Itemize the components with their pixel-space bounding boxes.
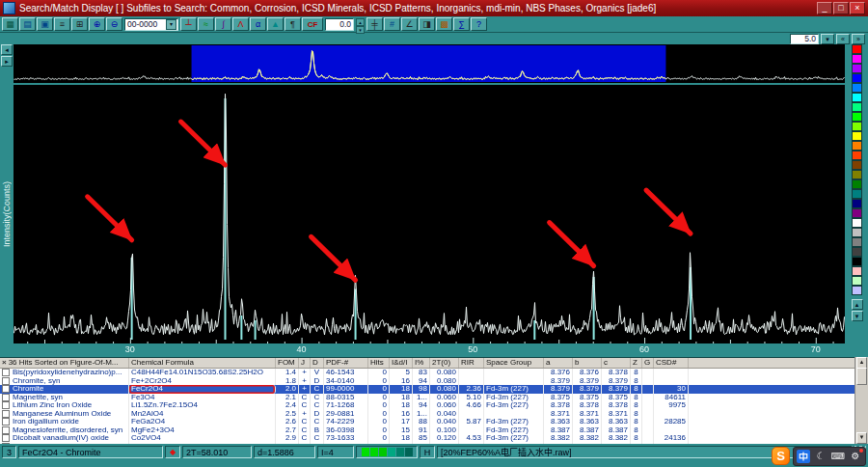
column-header-pdf[interactable]: PDF-# bbox=[324, 358, 368, 368]
row-checkbox[interactable] bbox=[2, 418, 10, 426]
table-row[interactable]: Manganese Aluminum OxideMn2AlO42.5+D29-0… bbox=[0, 410, 854, 419]
grid-toggle-button[interactable]: # bbox=[384, 17, 400, 31]
kalpha2-strip-button[interactable]: α bbox=[250, 17, 266, 31]
palette-swatch-16[interactable] bbox=[852, 189, 862, 199]
palette-swatch-12[interactable] bbox=[852, 151, 862, 160]
copy-graphics-button[interactable]: ⊞ bbox=[71, 17, 88, 31]
palette-swatch-19[interactable] bbox=[852, 218, 862, 228]
report-button[interactable]: ¶ bbox=[285, 17, 301, 31]
palette-swatch-5[interactable] bbox=[852, 83, 862, 93]
palette-swatch-22[interactable] bbox=[852, 247, 862, 257]
spin-up-icon[interactable]: ▴ bbox=[356, 18, 365, 26]
table-row[interactable]: ChromiteFeCr2O42.0+C99-0000018980.0802.3… bbox=[0, 385, 854, 394]
palette-swatch-2[interactable] bbox=[852, 54, 862, 64]
range-spinner-button[interactable]: ▾ bbox=[821, 34, 834, 44]
row-checkbox[interactable] bbox=[2, 377, 10, 385]
palette-swatch-25[interactable] bbox=[852, 276, 862, 286]
keyboard-icon[interactable]: ⌨ bbox=[831, 450, 845, 463]
sum-button[interactable]: ∑ bbox=[453, 17, 470, 31]
scroll-down-button[interactable]: ▼ bbox=[856, 432, 867, 444]
palette-swatch-18[interactable] bbox=[852, 208, 862, 218]
palette-swatch-26[interactable] bbox=[852, 286, 862, 295]
palette-swatch-7[interactable] bbox=[852, 102, 862, 112]
pan-right-button[interactable]: ▸ bbox=[1, 56, 13, 67]
help-button[interactable]: ? bbox=[471, 17, 487, 31]
page-last-button[interactable]: » bbox=[852, 34, 865, 44]
column-header-fom[interactable]: FOM bbox=[276, 358, 299, 368]
main-canvas[interactable] bbox=[14, 85, 845, 343]
pan-left-button[interactable]: ◂ bbox=[1, 44, 13, 55]
column-header-ipct[interactable]: I% bbox=[413, 358, 430, 368]
minimize-button[interactable]: _ bbox=[817, 2, 832, 14]
palette-swatch-17[interactable] bbox=[852, 199, 862, 208]
zoom-in-button[interactable]: ⊕ bbox=[89, 17, 105, 31]
overlay-sticks-button[interactable]: ┴ bbox=[180, 17, 197, 31]
column-header-name[interactable]: ×36 Hits Sorted on Figure-Of-M... bbox=[0, 358, 129, 368]
column-header-tt0[interactable]: 2T(0) bbox=[430, 358, 459, 368]
palette-swatch-21[interactable] bbox=[852, 237, 862, 247]
palette-swatch-14[interactable] bbox=[852, 170, 862, 179]
palette-swatch-3[interactable] bbox=[852, 64, 862, 73]
row-checkbox[interactable] bbox=[2, 385, 10, 393]
threshold-field[interactable]: 0.0 bbox=[325, 18, 354, 31]
palette-swatch-23[interactable] bbox=[852, 257, 862, 266]
column-header-b[interactable]: b bbox=[573, 358, 602, 368]
palette-swatch-10[interactable] bbox=[852, 131, 862, 141]
row-checkbox[interactable] bbox=[2, 434, 10, 442]
column-header-hits[interactable]: Hits bbox=[368, 358, 390, 368]
angle-tool-button[interactable]: ∠ bbox=[401, 17, 418, 31]
tile-windows-button[interactable]: ◨ bbox=[419, 17, 435, 31]
table-row[interactable]: Magnetite, synFe3O42.1CC88-03150181...0.… bbox=[0, 394, 854, 402]
column-header-c[interactable]: c bbox=[602, 358, 631, 368]
palette-button[interactable]: ▩ bbox=[436, 17, 452, 31]
palette-up-button[interactable]: ▴ bbox=[852, 299, 863, 310]
column-header-j[interactable]: J bbox=[299, 358, 311, 368]
column-header-sg[interactable]: Space Group bbox=[484, 358, 544, 368]
display-range-field[interactable]: 5.0 bbox=[790, 34, 819, 44]
row-checkbox[interactable] bbox=[2, 401, 10, 409]
page-first-button[interactable]: « bbox=[836, 34, 850, 44]
palette-swatch-8[interactable] bbox=[852, 112, 862, 122]
table-row[interactable]: Chromite, synFe+2Cr2O41.8+D34-0140016940… bbox=[0, 377, 854, 386]
palette-swatch-13[interactable] bbox=[852, 160, 862, 170]
pdf-number-combo[interactable]: 00-0000 ▾ bbox=[124, 18, 178, 31]
chinese-mode-icon[interactable] bbox=[797, 450, 810, 463]
sogou-logo[interactable]: S bbox=[772, 447, 790, 465]
table-row[interactable]: Iron digallium oxideFeGa2O42.6CC74-22290… bbox=[0, 418, 854, 426]
threshold-spinner[interactable]: ▴ ▾ bbox=[356, 18, 365, 31]
file-open-button[interactable]: ▤ bbox=[19, 17, 36, 31]
palette-down-button[interactable]: ▾ bbox=[852, 311, 863, 321]
column-header-rir[interactable]: RIR bbox=[459, 358, 484, 368]
row-checkbox[interactable] bbox=[2, 426, 10, 434]
zoom-out-button[interactable]: ⊖ bbox=[106, 17, 122, 31]
maximize-button[interactable]: □ bbox=[833, 2, 849, 14]
row-checkbox[interactable] bbox=[2, 410, 10, 418]
column-header-formula[interactable]: Chemical Formula bbox=[129, 358, 276, 368]
print-button[interactable]: ≡ bbox=[54, 17, 70, 31]
palette-swatch-15[interactable] bbox=[852, 179, 862, 189]
background-fit-button[interactable]: ≈ bbox=[198, 17, 214, 31]
table-scrollbar[interactable]: ▲ ▼ bbox=[854, 357, 868, 444]
palette-swatch-9[interactable] bbox=[852, 122, 862, 131]
moon-icon[interactable]: ☾ bbox=[814, 450, 827, 463]
file-save-button[interactable]: ▣ bbox=[37, 17, 53, 31]
column-header-a[interactable]: a bbox=[544, 358, 573, 368]
table-row[interactable]: Dicobalt vanadium(IV) oxideCo2VO42.9CC73… bbox=[0, 434, 854, 443]
combo-dropdown-icon[interactable]: ▾ bbox=[166, 19, 176, 30]
smooth-button[interactable]: ∫ bbox=[215, 17, 231, 31]
phase-marker-cell[interactable]: ◆ bbox=[165, 446, 180, 458]
close-hits-icon[interactable]: × bbox=[2, 358, 7, 367]
row-checkbox[interactable] bbox=[2, 394, 10, 401]
overview-canvas[interactable] bbox=[14, 44, 845, 83]
column-header-z[interactable]: Z bbox=[631, 358, 642, 368]
palette-swatch-6[interactable] bbox=[852, 93, 862, 102]
cf-button[interactable]: CF bbox=[302, 17, 323, 31]
scroll-thumb[interactable] bbox=[856, 368, 867, 385]
error-bars-button[interactable]: ╪ bbox=[366, 17, 383, 31]
palette-swatch-4[interactable] bbox=[852, 73, 862, 83]
pattern-list-button[interactable]: ▦ bbox=[2, 17, 18, 31]
palette-swatch-24[interactable] bbox=[852, 266, 862, 276]
settings-icon[interactable]: ⚙ bbox=[849, 450, 862, 463]
peak-search-button[interactable]: Λ bbox=[232, 17, 249, 31]
palette-swatch-11[interactable] bbox=[852, 141, 862, 151]
